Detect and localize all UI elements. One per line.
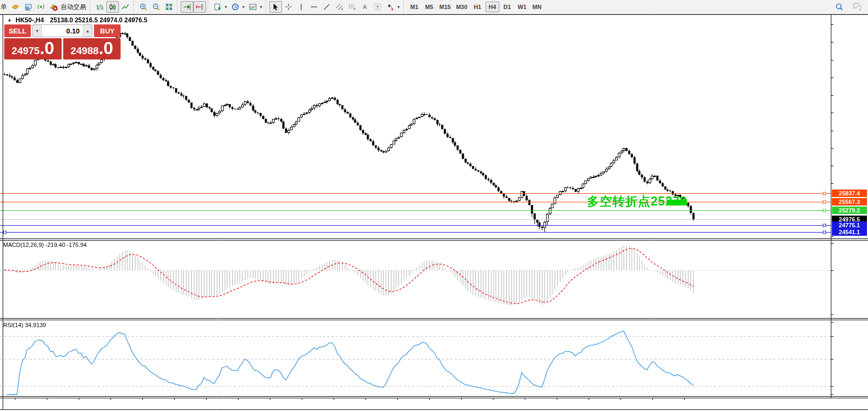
bar-chart-icon[interactable] (93, 1, 106, 13)
templates-icon[interactable] (246, 1, 259, 13)
sell-price-frac: .0 (40, 40, 55, 56)
zoom-in-icon[interactable] (137, 1, 150, 13)
sell-button[interactable]: SELL (4, 24, 31, 37)
svg-text:F: F (354, 7, 356, 11)
one-click-trading-panel: SELL ▼ ▲ BUY 24975 .0 24988 .0 (4, 24, 121, 59)
rsi-indicator-label: RSI(14) 34.9139 (3, 322, 46, 328)
buy-price-button[interactable]: 24988 .0 (63, 38, 121, 59)
toolbar-group-main: 单 自动交易 (0, 1, 90, 13)
cursor-icon[interactable] (269, 1, 282, 13)
timeframe-H4[interactable]: H4 (486, 2, 499, 12)
buy-price-frac: .0 (99, 40, 114, 56)
price-level-chip[interactable]: 25837.4 (832, 190, 867, 197)
volume-decrease-button[interactable]: ▼ (33, 25, 42, 37)
toolbar-group-charttype (90, 1, 133, 13)
price-chart-canvas[interactable] (0, 0, 868, 411)
arrows-tool-icon[interactable] (384, 1, 397, 13)
periods-caret-icon[interactable]: ▾ (242, 4, 246, 10)
volume-increase-button[interactable]: ▲ (83, 25, 92, 37)
rsi-name: RSI(14) (3, 322, 23, 328)
price-level-chip[interactable]: 25279.2 (832, 207, 867, 214)
sell-price-button[interactable]: 24975 .0 (4, 38, 62, 59)
volume-input[interactable] (42, 25, 83, 37)
horizontal-line-icon[interactable] (308, 1, 320, 13)
toolbar-group-zoom (133, 1, 177, 13)
svg-text:T: T (376, 5, 379, 10)
line-chart-icon[interactable] (119, 1, 132, 13)
toolbar-group-scroll (177, 1, 208, 13)
toolbar-right (833, 1, 868, 13)
auto-scroll-icon[interactable] (181, 1, 193, 13)
candlestick-chart-icon[interactable] (106, 1, 119, 13)
periods-icon[interactable] (229, 1, 242, 13)
timeframe-M1[interactable]: M1 (407, 2, 421, 12)
signal-icon[interactable] (35, 1, 47, 13)
vertical-line-icon[interactable] (295, 1, 308, 13)
new-chart-icon[interactable] (211, 1, 224, 13)
chart-collapse-icon[interactable]: ▲ (7, 18, 12, 22)
toolbar-group-objects: E F A T ▾ (266, 1, 403, 13)
toolbar-group-new: ▾ ▾ ▾ (208, 1, 266, 13)
text-icon[interactable]: A (359, 1, 371, 13)
search-icon[interactable] (833, 1, 846, 13)
autotrading-label[interactable]: 自动交易 (60, 3, 88, 12)
buy-button[interactable]: BUY (94, 24, 121, 37)
timeframe-W1[interactable]: W1 (515, 2, 529, 12)
text-label-icon[interactable]: T (371, 1, 384, 13)
macd-name: MACD(12,26,9) (3, 242, 44, 248)
chart-ohlc-values: 25138.0 25216.5 24974.0 24976.5 (50, 16, 148, 24)
rsi-value: 34.9139 (25, 322, 46, 328)
macd-indicator-label: MACD(12,26,9) -219.40 -175.94 (3, 242, 87, 248)
new-chart-caret-icon[interactable]: ▾ (225, 4, 229, 10)
timeframe-D1[interactable]: D1 (500, 2, 514, 12)
market-watch-icon[interactable] (22, 1, 35, 13)
price-level-chip[interactable]: 24541.1 (832, 228, 867, 236)
svg-text:E: E (341, 7, 343, 11)
chart-shift-icon[interactable] (193, 1, 206, 13)
volume-stepper: ▼ ▲ (32, 24, 92, 37)
timeframe-M15[interactable]: M15 (437, 2, 453, 12)
chart-symbol-label: HK50-,H4 (15, 16, 44, 24)
crosshair-icon[interactable] (282, 1, 295, 13)
chat-icon[interactable] (851, 1, 864, 13)
price-level-chip[interactable]: 24775.1 (832, 221, 867, 229)
new-order-icon[interactable] (9, 1, 22, 13)
timeframe-MN[interactable]: MN (530, 2, 544, 12)
trendline-icon[interactable] (320, 1, 333, 13)
arrows-caret-icon[interactable]: ▾ (397, 4, 402, 10)
fibonacci-icon[interactable]: F (346, 1, 359, 13)
timeframe-H1[interactable]: H1 (471, 2, 484, 12)
timeframe-M30[interactable]: M30 (454, 2, 469, 12)
chart-title: ▲ HK50-,H4 25138.0 25216.5 24974.0 24976… (7, 16, 147, 24)
price-level-chip[interactable]: 25567.3 (832, 198, 867, 206)
svg-text:A: A (363, 4, 367, 10)
templates-caret-icon[interactable]: ▾ (260, 4, 264, 10)
tile-windows-icon[interactable] (163, 1, 175, 13)
buy-price-main: 24988 (71, 45, 99, 57)
annotation-highlight-rect[interactable] (667, 200, 687, 206)
new-order-label[interactable]: 单 (0, 3, 9, 12)
zoom-out-icon[interactable] (150, 1, 163, 13)
equidistant-channel-icon[interactable]: E (333, 1, 346, 13)
autotrading-icon[interactable] (47, 1, 60, 13)
macd-values: -219.40 -175.94 (45, 242, 87, 248)
timeframe-M5[interactable]: M5 (422, 2, 436, 12)
toolbar-group-timeframes: M1M5M15M30H1H4D1W1MN (403, 1, 546, 13)
sell-price-main: 24975 (12, 45, 40, 57)
toolbar: 单 自动交易 (0, 0, 868, 14)
